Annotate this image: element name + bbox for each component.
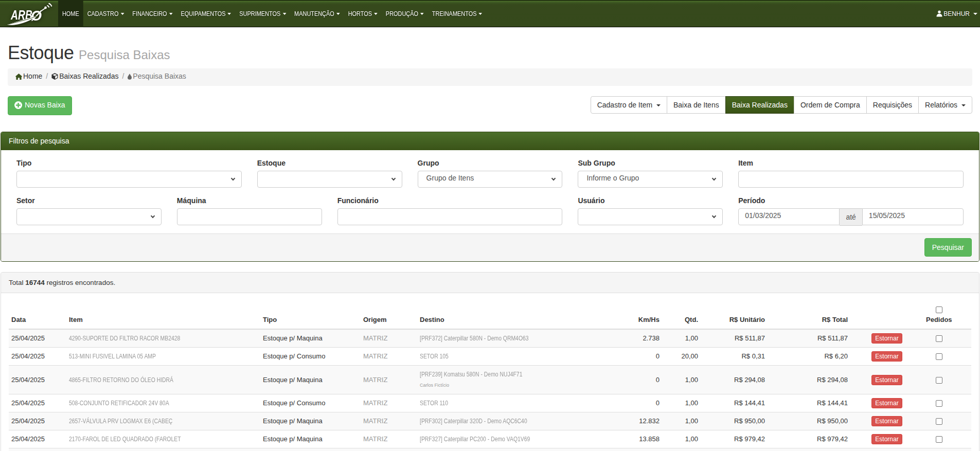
svg-text:Ø: Ø bbox=[31, 8, 42, 24]
